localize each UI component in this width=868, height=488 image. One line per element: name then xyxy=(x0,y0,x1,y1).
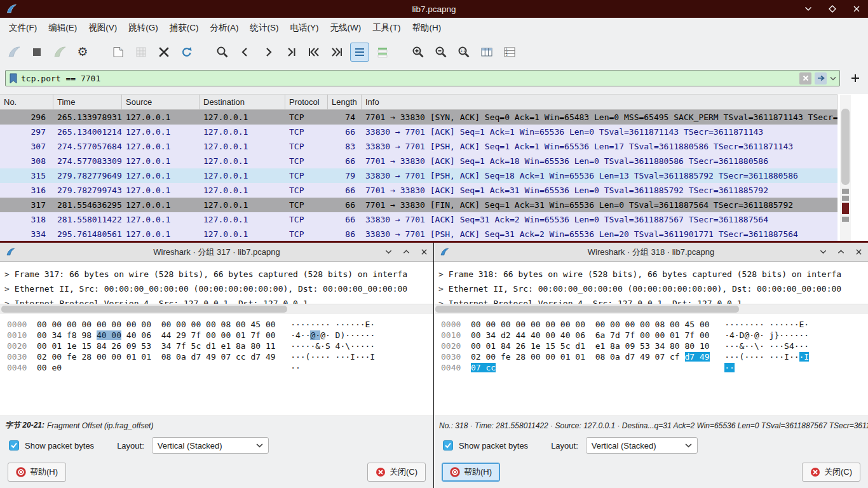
column-header-info[interactable]: Info xyxy=(362,95,837,109)
packet-row[interactable]: 307274.577057684127.0.0.1127.0.0.1TCP833… xyxy=(0,139,837,154)
hex-row: 0040 00 e0 ·· xyxy=(7,362,433,373)
expander-icon[interactable]: > xyxy=(438,299,444,304)
capture-options-button[interactable]: ⚙ xyxy=(73,43,92,62)
packet-bytes-pane[interactable]: 0000 00 00 00 00 00 00 00 00 00 00 00 00… xyxy=(434,314,868,416)
chevron-down-icon[interactable] xyxy=(385,248,392,255)
detail-tree-row[interactable]: >Internet Protocol Version 4, Src: 127.0… xyxy=(4,296,433,304)
close-dialog-button[interactable]: 关闭(C) xyxy=(367,463,426,482)
packet-bytes-pane[interactable]: 0000 00 00 00 00 00 00 00 00 00 00 00 00… xyxy=(0,314,433,416)
add-filter-button[interactable] xyxy=(848,70,863,86)
expander-icon[interactable]: > xyxy=(438,284,444,294)
expander-icon[interactable]: > xyxy=(438,269,444,279)
column-header-time[interactable]: Time xyxy=(53,95,122,109)
file-save-button[interactable] xyxy=(132,43,151,62)
detail-tree-row[interactable]: >Frame 317: 66 bytes on wire (528 bits),… xyxy=(4,267,433,281)
filter-apply-button[interactable] xyxy=(815,72,827,85)
zoom-in-button[interactable] xyxy=(409,43,428,62)
file-close-button[interactable] xyxy=(154,43,173,62)
go-last-button[interactable] xyxy=(327,43,346,62)
column-header-protocol[interactable]: Protocol xyxy=(285,95,328,109)
expander-icon[interactable]: > xyxy=(4,299,10,304)
zoom-out-button[interactable] xyxy=(431,43,451,62)
close-icon[interactable] xyxy=(855,248,862,255)
column-header-no[interactable]: No. xyxy=(0,95,53,109)
ascii-selected: @· xyxy=(310,330,320,340)
chevron-down-icon[interactable] xyxy=(820,248,827,255)
menu-item-go[interactable]: 跳转(G) xyxy=(123,18,164,37)
find-packet-button[interactable] xyxy=(213,43,232,62)
packet-list-scrollbar[interactable] xyxy=(840,95,851,241)
file-open-button[interactable] xyxy=(109,43,128,62)
column-header-destination[interactable]: Destination xyxy=(200,95,285,109)
column-header-source[interactable]: Source xyxy=(122,95,200,109)
cell-time: 279.782779649 xyxy=(53,168,122,183)
go-first-button[interactable] xyxy=(304,43,323,62)
menu-item-telephony[interactable]: 电话(Y) xyxy=(285,18,325,37)
help-button[interactable]: 帮助(H) xyxy=(442,463,500,482)
detail-tree-row[interactable]: >Internet Protocol Version 4, Src: 127.0… xyxy=(438,296,868,304)
packet-row[interactable]: 316279.782799743127.0.0.1127.0.0.1TCP667… xyxy=(0,183,837,198)
capture-stop-button[interactable] xyxy=(27,43,46,62)
capture-restart-button[interactable] xyxy=(50,43,69,62)
display-filter-input[interactable] xyxy=(21,74,796,83)
close-dialog-button[interactable]: 关闭(C) xyxy=(802,463,860,482)
packet-detail-tree[interactable]: >Frame 318: 66 bytes on wire (528 bits),… xyxy=(434,262,868,304)
detail-tree-row[interactable]: >Frame 318: 66 bytes on wire (528 bits),… xyxy=(438,267,868,281)
detail-hscrollbar[interactable] xyxy=(434,304,868,314)
packet-row[interactable]: 334295.761480561127.0.0.1127.0.0.1TCP863… xyxy=(0,227,837,241)
expander-icon[interactable]: > xyxy=(4,269,10,279)
hex-offset: 0030 xyxy=(7,352,27,362)
layout-dropdown[interactable]: Vertical (Stacked) xyxy=(152,437,269,454)
chevron-up-icon[interactable] xyxy=(837,248,844,255)
detail-hscrollbar[interactable] xyxy=(0,304,433,314)
packet-row[interactable]: 318281.558011422127.0.0.1127.0.0.1TCP663… xyxy=(0,212,837,227)
menu-item-capture[interactable]: 捕获(C) xyxy=(164,18,205,37)
cell-proto: TCP xyxy=(285,227,328,241)
display-filter-input-wrap[interactable] xyxy=(5,70,840,86)
detail-tree-row[interactable]: >Ethernet II, Src: 00:00:00_00:00:00 (00… xyxy=(4,281,433,296)
packet-row[interactable]: 315279.782779649127.0.0.1127.0.0.1TCP793… xyxy=(0,168,837,183)
hscrollbar-thumb[interactable] xyxy=(435,306,739,313)
chevron-up-icon[interactable] xyxy=(403,248,410,255)
window-minimize-button[interactable] xyxy=(803,4,813,14)
filter-dropdown-caret-icon[interactable] xyxy=(830,76,836,81)
show-packet-bytes-checkbox[interactable] xyxy=(443,440,453,451)
packet-row[interactable]: 308274.577083309127.0.0.1127.0.0.1TCP667… xyxy=(0,154,837,168)
close-icon[interactable] xyxy=(421,248,428,255)
expander-icon[interactable]: > xyxy=(4,284,10,294)
capture-start-button[interactable] xyxy=(4,43,24,62)
show-packet-bytes-checkbox[interactable] xyxy=(9,440,19,451)
reload-button[interactable] xyxy=(177,43,196,62)
layout-dropdown[interactable]: Vertical (Stacked) xyxy=(586,437,698,454)
packet-row[interactable]: 317281.554636295127.0.0.1127.0.0.1TCP667… xyxy=(0,198,837,212)
go-forward-button[interactable] xyxy=(259,43,278,62)
filter-clear-button[interactable] xyxy=(799,72,811,85)
help-button[interactable]: 帮助(H) xyxy=(8,463,66,482)
open-file-icon xyxy=(111,45,125,59)
menu-item-analyze[interactable]: 分析(A) xyxy=(205,18,245,37)
go-to-packet-button[interactable] xyxy=(281,43,301,62)
menu-item-view[interactable]: 视图(V) xyxy=(83,18,123,37)
detail-tree-row[interactable]: >Ethernet II, Src: 00:00:00_00:00:00 (00… xyxy=(438,281,868,296)
menu-item-edit[interactable]: 编辑(E) xyxy=(43,18,83,37)
menu-item-wireless[interactable]: 无线(W) xyxy=(325,18,367,37)
auto-scroll-button[interactable] xyxy=(350,43,369,62)
zoom-reset-button[interactable]: 1:1 xyxy=(454,43,473,62)
menu-item-help[interactable]: 帮助(H) xyxy=(406,18,447,37)
menu-item-tools[interactable]: 工具(T) xyxy=(367,18,406,37)
column-header-length[interactable]: Length xyxy=(328,95,362,109)
menu-item-statistics[interactable]: 统计(S) xyxy=(245,18,285,37)
colorize-button[interactable] xyxy=(373,43,392,62)
window-close-button[interactable] xyxy=(851,4,862,14)
packet-row[interactable]: 296265.133978931127.0.0.1127.0.0.1TCP747… xyxy=(0,110,837,125)
cell-no: 315 xyxy=(0,168,53,183)
scrollbar-thumb[interactable] xyxy=(841,109,850,185)
hscrollbar-thumb[interactable] xyxy=(1,306,287,313)
menu-item-file[interactable]: 文件(F) xyxy=(3,18,43,37)
packet-row[interactable]: 297265.134001214127.0.0.1127.0.0.1TCP663… xyxy=(0,125,837,139)
numbered-columns-button[interactable]: 123 xyxy=(500,43,519,62)
resize-columns-button[interactable] xyxy=(477,43,496,62)
packet-detail-tree[interactable]: >Frame 317: 66 bytes on wire (528 bits),… xyxy=(0,262,433,304)
go-back-button[interactable] xyxy=(236,43,255,62)
window-maximize-button[interactable] xyxy=(827,4,837,14)
